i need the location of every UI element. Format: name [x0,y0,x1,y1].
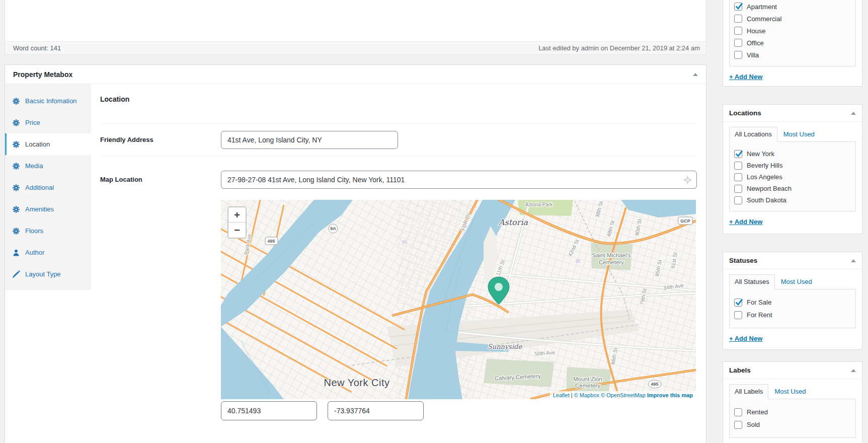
attribution-divider: | [571,392,573,398]
checkbox-row-apartment[interactable]: Apartment [734,1,851,13]
checkbox-checked[interactable] [734,299,742,307]
gear-icon [12,119,20,127]
tab-basic-information[interactable]: Bacsic Infomation [5,90,90,112]
tab-label: Location [25,140,50,148]
map-label: Sunnyside [488,343,523,350]
gear-icon [12,162,20,170]
add-new-location-link[interactable]: + Add New [729,218,762,226]
checkbox-checked[interactable] [734,150,742,158]
route-badge: 495 [651,382,658,387]
map-location-row: Map Location [100,156,697,196]
gear-icon [12,205,20,213]
map[interactable]: 9A 495 GCP 495 Astoria Park Astoria [221,200,696,399]
person-icon [12,249,20,257]
map-location-input[interactable] [221,171,697,189]
improve-map-link[interactable]: Improve this map [647,392,693,398]
map-label-city: New York City [324,377,390,388]
tab-all-labels[interactable]: All Labels [729,384,768,399]
last-edited-status: Last edited by admin on December 21, 201… [538,44,700,52]
locations-panel-header[interactable]: Locations [723,105,862,122]
checkbox-row-newport-beach[interactable]: Newport Beach [734,183,851,194]
collapse-icon[interactable] [851,259,856,262]
checkbox-row-beverly-hills[interactable]: Beverly Hills [734,160,851,171]
checkbox-row-house[interactable]: House [734,25,851,37]
checkbox-label: For Sale [747,299,771,306]
checkbox-row-commercial[interactable]: Commercial [734,13,851,25]
mapbox-link[interactable]: © Mapbox [574,392,599,398]
checkbox-row-office[interactable]: Office [734,37,851,49]
tab-most-used[interactable]: Most Used [768,385,812,399]
checkbox-checked[interactable] [734,3,742,11]
zoom-out-button[interactable]: − [228,223,246,238]
longitude-input[interactable] [328,401,424,420]
tab-additional[interactable]: Additional [5,177,90,198]
checkbox-row-sold[interactable]: Sold [734,418,851,431]
osm-link[interactable]: © OpenStreetMap [601,392,646,398]
leaflet-link[interactable]: Leaflet [553,392,570,398]
checkbox[interactable] [734,196,742,204]
tab-all-statuses[interactable]: All Statuses [729,274,775,289]
add-new-status-link[interactable]: + Add New [729,335,762,342]
map-canvas[interactable]: 9A 495 GCP 495 Astoria Park Astoria [221,200,696,399]
checkbox-label: Los Angeles [747,173,782,181]
checkbox[interactable] [734,185,742,193]
map-label: Astoria Park [525,202,553,207]
checkbox[interactable] [734,173,742,181]
panel-title: Locations [729,109,761,117]
tab-author[interactable]: Author [5,242,90,263]
checkbox-row-south-dakota[interactable]: South Dakota [734,194,851,206]
map-label: Astoria [498,217,528,227]
tab-label: Floors [25,227,43,235]
tab-label: Bacsic Infomation [25,97,77,105]
tab-label: Price [25,119,40,126]
checkbox-label: Rented [747,408,768,416]
add-new-type-link[interactable]: + Add New [729,73,762,81]
zoom-in-button[interactable]: + [228,207,246,223]
checkbox-row-for-rent[interactable]: For Rent [734,309,851,321]
statuses-panel-header[interactable]: Statuses [723,252,862,269]
latitude-input[interactable] [221,401,317,420]
tab-most-used[interactable]: Most Used [775,275,818,289]
tab-floors[interactable]: Floors [5,220,90,242]
checkbox-label: Sold [747,421,760,428]
property-metabox: Property Metabox Bacsic Infomation Price… [5,64,706,443]
map-label: Saint Michael's [592,252,631,258]
checkbox-row-for-sale[interactable]: For Sale [734,296,851,309]
tab-media[interactable]: Media [5,155,90,177]
checkbox[interactable] [734,15,742,23]
tab-location[interactable]: Location [5,133,91,155]
checkbox-label: Apartment [747,3,777,11]
checkbox-label: Beverly Hills [747,162,783,169]
calvary-cemetery-area [484,359,554,387]
tab-all-locations[interactable]: All Locations [729,127,777,142]
checkbox-row-rented[interactable]: Rented [734,406,851,418]
friendly-address-input[interactable] [221,131,398,149]
checkbox[interactable] [734,27,742,35]
map-attribution: Leaflet | © Mapbox © OpenStreetMap Impro… [550,391,696,399]
tab-price[interactable]: Price [5,112,90,133]
post-editor-footer: Word count: 141 Last edited by admin on … [5,0,706,55]
map-location-label: Map Location [100,171,221,183]
property-metabox-header[interactable]: Property Metabox [5,65,706,84]
checkbox-row-new-york[interactable]: New York [734,148,851,160]
collapse-icon[interactable] [851,369,856,372]
labels-panel-header[interactable]: Labels [723,362,862,379]
collapse-icon[interactable] [693,73,698,76]
tab-most-used[interactable]: Most Used [777,127,821,141]
checkbox-row-los-angeles[interactable]: Los Angeles [734,171,851,183]
tab-amenities[interactable]: Amenities [5,198,90,220]
checkbox[interactable] [734,162,742,170]
checkbox-row-villa[interactable]: Villa [734,49,851,61]
checkbox-label: House [747,27,766,35]
gear-icon [12,184,20,192]
friendly-address-label: Friendly Address [100,131,221,143]
collapse-icon[interactable] [851,112,856,115]
checkbox[interactable] [734,39,742,47]
crosshair-icon[interactable] [683,176,692,184]
checkbox[interactable] [734,311,742,319]
checkbox[interactable] [734,51,742,59]
checkbox[interactable] [734,421,742,429]
tab-layout-type[interactable]: Layout Type [5,263,90,285]
checkbox[interactable] [734,408,742,416]
friendly-address-row: Friendly Address [100,124,697,156]
